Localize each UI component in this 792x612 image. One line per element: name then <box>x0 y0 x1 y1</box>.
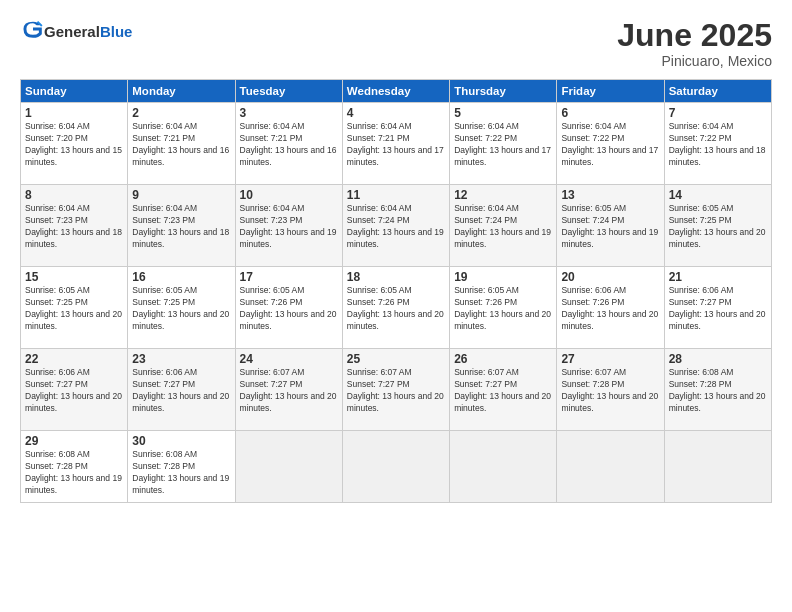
day-number: 13 <box>561 188 659 202</box>
col-wednesday: Wednesday <box>342 80 449 103</box>
table-row: 4 Sunrise: 6:04 AM Sunset: 7:21 PM Dayli… <box>342 103 449 185</box>
table-row: 14 Sunrise: 6:05 AM Sunset: 7:25 PM Dayl… <box>664 185 771 267</box>
table-row: 23 Sunrise: 6:06 AM Sunset: 7:27 PM Dayl… <box>128 349 235 431</box>
day-number: 23 <box>132 352 230 366</box>
day-info: Sunrise: 6:04 AM Sunset: 7:22 PM Dayligh… <box>454 121 552 169</box>
day-number: 4 <box>347 106 445 120</box>
day-number: 11 <box>347 188 445 202</box>
day-info: Sunrise: 6:05 AM Sunset: 7:26 PM Dayligh… <box>347 285 445 333</box>
table-row: 28 Sunrise: 6:08 AM Sunset: 7:28 PM Dayl… <box>664 349 771 431</box>
table-row: 2 Sunrise: 6:04 AM Sunset: 7:21 PM Dayli… <box>128 103 235 185</box>
table-row: 16 Sunrise: 6:05 AM Sunset: 7:25 PM Dayl… <box>128 267 235 349</box>
day-number: 16 <box>132 270 230 284</box>
table-row <box>450 431 557 503</box>
table-row: 11 Sunrise: 6:04 AM Sunset: 7:24 PM Dayl… <box>342 185 449 267</box>
table-row: 12 Sunrise: 6:04 AM Sunset: 7:24 PM Dayl… <box>450 185 557 267</box>
table-row: 7 Sunrise: 6:04 AM Sunset: 7:22 PM Dayli… <box>664 103 771 185</box>
day-info: Sunrise: 6:05 AM Sunset: 7:25 PM Dayligh… <box>132 285 230 333</box>
day-info: Sunrise: 6:08 AM Sunset: 7:28 PM Dayligh… <box>669 367 767 415</box>
col-saturday: Saturday <box>664 80 771 103</box>
day-info: Sunrise: 6:04 AM Sunset: 7:21 PM Dayligh… <box>347 121 445 169</box>
day-info: Sunrise: 6:04 AM Sunset: 7:23 PM Dayligh… <box>240 203 338 251</box>
day-info: Sunrise: 6:04 AM Sunset: 7:20 PM Dayligh… <box>25 121 123 169</box>
day-number: 7 <box>669 106 767 120</box>
day-info: Sunrise: 6:07 AM Sunset: 7:27 PM Dayligh… <box>347 367 445 415</box>
table-row: 8 Sunrise: 6:04 AM Sunset: 7:23 PM Dayli… <box>21 185 128 267</box>
page: General Blue June 2025 Pinicuaro, Mexico… <box>0 0 792 612</box>
day-info: Sunrise: 6:04 AM Sunset: 7:23 PM Dayligh… <box>132 203 230 251</box>
table-row: 21 Sunrise: 6:06 AM Sunset: 7:27 PM Dayl… <box>664 267 771 349</box>
table-row: 20 Sunrise: 6:06 AM Sunset: 7:26 PM Dayl… <box>557 267 664 349</box>
title-block: June 2025 Pinicuaro, Mexico <box>617 18 772 69</box>
day-number: 21 <box>669 270 767 284</box>
header: General Blue June 2025 Pinicuaro, Mexico <box>20 18 772 69</box>
table-row: 18 Sunrise: 6:05 AM Sunset: 7:26 PM Dayl… <box>342 267 449 349</box>
day-info: Sunrise: 6:07 AM Sunset: 7:28 PM Dayligh… <box>561 367 659 415</box>
day-number: 27 <box>561 352 659 366</box>
col-tuesday: Tuesday <box>235 80 342 103</box>
day-number: 14 <box>669 188 767 202</box>
day-number: 22 <box>25 352 123 366</box>
table-row: 13 Sunrise: 6:05 AM Sunset: 7:24 PM Dayl… <box>557 185 664 267</box>
table-row <box>235 431 342 503</box>
day-info: Sunrise: 6:06 AM Sunset: 7:26 PM Dayligh… <box>561 285 659 333</box>
day-info: Sunrise: 6:04 AM Sunset: 7:21 PM Dayligh… <box>132 121 230 169</box>
day-number: 12 <box>454 188 552 202</box>
day-info: Sunrise: 6:05 AM Sunset: 7:24 PM Dayligh… <box>561 203 659 251</box>
day-info: Sunrise: 6:04 AM Sunset: 7:24 PM Dayligh… <box>454 203 552 251</box>
day-number: 10 <box>240 188 338 202</box>
day-info: Sunrise: 6:04 AM Sunset: 7:24 PM Dayligh… <box>347 203 445 251</box>
day-info: Sunrise: 6:04 AM Sunset: 7:22 PM Dayligh… <box>561 121 659 169</box>
table-row <box>664 431 771 503</box>
day-number: 25 <box>347 352 445 366</box>
table-row: 30 Sunrise: 6:08 AM Sunset: 7:28 PM Dayl… <box>128 431 235 503</box>
day-number: 9 <box>132 188 230 202</box>
day-info: Sunrise: 6:05 AM Sunset: 7:26 PM Dayligh… <box>240 285 338 333</box>
day-number: 1 <box>25 106 123 120</box>
day-number: 30 <box>132 434 230 448</box>
table-row: 6 Sunrise: 6:04 AM Sunset: 7:22 PM Dayli… <box>557 103 664 185</box>
table-row: 25 Sunrise: 6:07 AM Sunset: 7:27 PM Dayl… <box>342 349 449 431</box>
title-month: June 2025 <box>617 18 772 53</box>
table-row: 5 Sunrise: 6:04 AM Sunset: 7:22 PM Dayli… <box>450 103 557 185</box>
day-info: Sunrise: 6:04 AM Sunset: 7:23 PM Dayligh… <box>25 203 123 251</box>
calendar-header-row: Sunday Monday Tuesday Wednesday Thursday… <box>21 80 772 103</box>
day-number: 15 <box>25 270 123 284</box>
table-row: 24 Sunrise: 6:07 AM Sunset: 7:27 PM Dayl… <box>235 349 342 431</box>
day-info: Sunrise: 6:05 AM Sunset: 7:25 PM Dayligh… <box>669 203 767 251</box>
day-number: 20 <box>561 270 659 284</box>
table-row: 26 Sunrise: 6:07 AM Sunset: 7:27 PM Dayl… <box>450 349 557 431</box>
calendar-table: Sunday Monday Tuesday Wednesday Thursday… <box>20 79 772 503</box>
day-info: Sunrise: 6:05 AM Sunset: 7:26 PM Dayligh… <box>454 285 552 333</box>
day-number: 18 <box>347 270 445 284</box>
col-sunday: Sunday <box>21 80 128 103</box>
day-number: 26 <box>454 352 552 366</box>
table-row: 9 Sunrise: 6:04 AM Sunset: 7:23 PM Dayli… <box>128 185 235 267</box>
day-info: Sunrise: 6:07 AM Sunset: 7:27 PM Dayligh… <box>454 367 552 415</box>
logo: General Blue <box>20 18 132 44</box>
day-info: Sunrise: 6:07 AM Sunset: 7:27 PM Dayligh… <box>240 367 338 415</box>
table-row: 19 Sunrise: 6:05 AM Sunset: 7:26 PM Dayl… <box>450 267 557 349</box>
day-number: 24 <box>240 352 338 366</box>
table-row: 22 Sunrise: 6:06 AM Sunset: 7:27 PM Dayl… <box>21 349 128 431</box>
day-info: Sunrise: 6:06 AM Sunset: 7:27 PM Dayligh… <box>669 285 767 333</box>
table-row: 1 Sunrise: 6:04 AM Sunset: 7:20 PM Dayli… <box>21 103 128 185</box>
table-row <box>557 431 664 503</box>
day-info: Sunrise: 6:08 AM Sunset: 7:28 PM Dayligh… <box>25 449 123 497</box>
title-location: Pinicuaro, Mexico <box>617 53 772 69</box>
table-row: 10 Sunrise: 6:04 AM Sunset: 7:23 PM Dayl… <box>235 185 342 267</box>
day-info: Sunrise: 6:04 AM Sunset: 7:21 PM Dayligh… <box>240 121 338 169</box>
day-number: 5 <box>454 106 552 120</box>
day-number: 6 <box>561 106 659 120</box>
table-row: 17 Sunrise: 6:05 AM Sunset: 7:26 PM Dayl… <box>235 267 342 349</box>
logo-general-text: General <box>44 23 100 40</box>
day-number: 28 <box>669 352 767 366</box>
day-number: 8 <box>25 188 123 202</box>
table-row: 29 Sunrise: 6:08 AM Sunset: 7:28 PM Dayl… <box>21 431 128 503</box>
logo-blue-text: Blue <box>100 23 133 40</box>
day-info: Sunrise: 6:04 AM Sunset: 7:22 PM Dayligh… <box>669 121 767 169</box>
table-row: 15 Sunrise: 6:05 AM Sunset: 7:25 PM Dayl… <box>21 267 128 349</box>
day-number: 17 <box>240 270 338 284</box>
day-number: 2 <box>132 106 230 120</box>
col-friday: Friday <box>557 80 664 103</box>
